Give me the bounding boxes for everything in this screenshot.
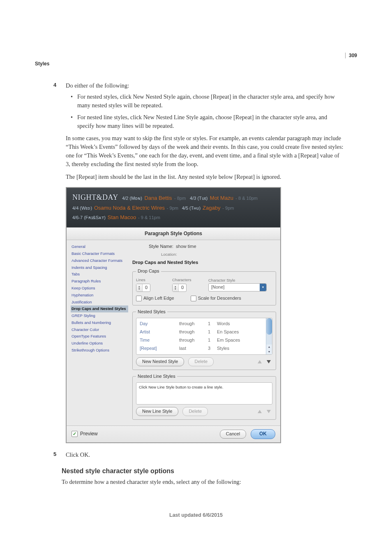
ns-style: [Repeat] <box>140 345 179 352</box>
chars-value: 0 <box>179 284 186 291</box>
paragraph: The [Repeat] item should be the last in … <box>66 173 345 181</box>
footer-last-updated: Last updated 6/6/2015 <box>0 512 392 518</box>
nested-style-row[interactable]: Day through 1 Words <box>136 320 272 328</box>
align-left-edge-label: Align Left Edge <box>143 295 174 302</box>
scale-descenders-label: Scale for Descenders <box>198 295 241 302</box>
sidebar-item-active[interactable]: Drop Caps and Nested Styles <box>71 305 128 312</box>
nested-line-styles-list[interactable]: Click New Line Style button to create a … <box>136 382 272 405</box>
bullet-item: For nested line styles, click New Nested… <box>71 113 345 130</box>
ns-op: last <box>179 345 208 352</box>
chars-stepper[interactable]: ▴▾ 0 <box>172 284 187 292</box>
list-scrollbar[interactable]: ▴ ▾ <box>266 318 272 354</box>
preview-label: Preview <box>80 430 98 437</box>
lines-stepper[interactable]: ▴▾ 0 <box>136 284 150 292</box>
scrollbar-thumb[interactable] <box>266 318 272 335</box>
page-number: 309 <box>345 53 357 58</box>
ns-count: 3 <box>208 345 217 352</box>
sidebar-item[interactable]: Tabs <box>71 271 128 278</box>
sample-time: - 8 & 10pm <box>235 196 258 201</box>
sidebar-item[interactable]: Keep Options <box>71 285 128 292</box>
chapter-label: Styles <box>35 61 49 67</box>
ns-count: 1 <box>208 329 217 335</box>
dialog-paragraph-style-options: Paragraph Style Options General Basic Ch… <box>67 227 280 442</box>
sidebar-item[interactable]: Indents and Spacing <box>71 264 128 271</box>
group-legend: Nested Line Styles <box>136 373 177 380</box>
move-up-icon[interactable] <box>258 410 262 413</box>
preview-checkbox[interactable]: ✓ Preview <box>71 430 98 437</box>
lines-value: 0 <box>143 284 150 291</box>
ns-unit: En Spaces <box>217 329 264 335</box>
charstyle-label: Character Style <box>208 278 272 283</box>
bullet-item: For nested styles, click New Nested Styl… <box>71 92 345 110</box>
stepper-arrows-icon[interactable]: ▴▾ <box>136 284 143 291</box>
move-down-icon[interactable] <box>267 360 271 363</box>
lines-label: Lines <box>136 277 169 283</box>
chars-label: Characters <box>172 277 205 283</box>
section-heading: Nested style character style options <box>62 466 345 476</box>
dialog-title: Paragraph Style Options <box>67 228 280 240</box>
sidebar-item[interactable]: Bullets and Numbering <box>71 319 128 326</box>
ns-style: Time <box>140 337 179 344</box>
ns-op: through <box>179 337 208 344</box>
checkbox-icon <box>136 296 142 301</box>
ok-button[interactable]: OK <box>251 429 275 439</box>
move-up-icon[interactable] <box>258 360 262 363</box>
scroll-up-icon[interactable]: ▴ <box>266 345 272 349</box>
nested-style-row[interactable]: [Repeat] last 3 Styles <box>136 345 272 353</box>
location-label: Location: <box>161 252 177 257</box>
charstyle-dropdown[interactable]: [None] ▾ <box>208 283 267 291</box>
ns-op: through <box>179 321 208 327</box>
scroll-down-icon[interactable]: ▾ <box>266 349 272 354</box>
ns-op: through <box>179 329 208 335</box>
nested-style-row[interactable]: Artist through 1 En Spaces <box>136 328 272 336</box>
delete-line-style-button[interactable]: Delete <box>182 407 208 416</box>
step4-bullets: For nested styles, click New Nested Styl… <box>71 92 345 130</box>
sidebar-item[interactable]: Underline Options <box>71 340 128 347</box>
sidebar-item[interactable]: Advanced Character Formats <box>71 257 128 264</box>
sidebar-item[interactable]: Justification <box>71 298 128 305</box>
sample-date: 4/3 (Tᴜᴇ) <box>190 196 208 201</box>
sidebar-item[interactable]: Paragraph Rules <box>71 278 128 285</box>
checkbox-checked-icon: ✓ <box>71 431 78 437</box>
sidebar-item[interactable]: GREP Styling <box>71 312 128 319</box>
cancel-button[interactable]: Cancel <box>220 430 246 439</box>
stepper-arrows-icon[interactable]: ▴▾ <box>173 284 179 291</box>
align-left-edge-checkbox[interactable]: Align Left Edge <box>136 295 174 302</box>
figure-dialog-screenshot: NIGHT&DAY 4/2 (Mᴏɴ) Dana Bettis - 8pm 4/… <box>66 187 281 443</box>
group-legend: Drop Caps <box>136 268 161 275</box>
sample-time: - 8pm <box>174 196 186 201</box>
figure-sample-text: NIGHT&DAY 4/2 (Mᴏɴ) Dana Bettis - 8pm 4/… <box>67 188 280 227</box>
dropdown-arrow-icon[interactable]: ▾ <box>260 284 266 291</box>
new-nested-style-button[interactable]: New Nested Style <box>136 357 184 366</box>
ns-count: 1 <box>208 321 217 327</box>
move-down-icon[interactable] <box>267 410 271 413</box>
checkbox-icon <box>191 296 196 301</box>
step-number: 4 <box>53 81 56 89</box>
new-line-style-button[interactable]: New Line Style <box>136 407 178 416</box>
style-name-value: show time <box>176 244 196 249</box>
group-legend: Nested Styles <box>136 309 167 315</box>
delete-nested-style-button[interactable]: Delete <box>188 357 214 366</box>
sidebar-item[interactable]: General <box>71 243 128 250</box>
nested-styles-list[interactable]: Day through 1 Words Artist through 1 En <box>136 318 272 355</box>
group-drop-caps: Drop Caps Lines ▴▾ 0 <box>132 268 276 305</box>
sample-time: - 9pm <box>167 206 178 210</box>
nested-style-row[interactable]: Time through 1 Em Spaces <box>136 336 272 345</box>
style-name-label: Style Name: <box>149 244 173 249</box>
sample-date: 4/2 (Mᴏɴ) <box>122 196 142 201</box>
step-4: 4 Do either of the following: <box>62 81 345 90</box>
sample-date: 4/6-7 (Fʀɪ&Sᴀᴛ) <box>72 215 106 220</box>
sidebar-item[interactable]: Basic Character Formats <box>71 250 128 257</box>
sample-artist: Mot Mazu <box>210 195 233 201</box>
scale-descenders-checkbox[interactable]: Scale for Descenders <box>191 295 241 302</box>
group-nested-styles: Nested Styles Day through 1 Words Artist <box>132 309 276 370</box>
step-number: 5 <box>53 451 56 458</box>
sidebar-item[interactable]: Strikethrough Options <box>71 347 128 354</box>
charstyle-value: [None] <box>209 284 260 291</box>
sidebar-item[interactable]: OpenType Features <box>71 333 128 340</box>
sidebar-item[interactable]: Hyphenation <box>71 291 128 298</box>
sidebar-item[interactable]: Character Color <box>71 326 128 333</box>
body-content: 4 Do either of the following: For nested… <box>62 81 345 486</box>
sample-artist: Osamu Noda & Electric Wires <box>94 205 165 211</box>
section-intro: To determine how a nested character styl… <box>62 478 345 486</box>
